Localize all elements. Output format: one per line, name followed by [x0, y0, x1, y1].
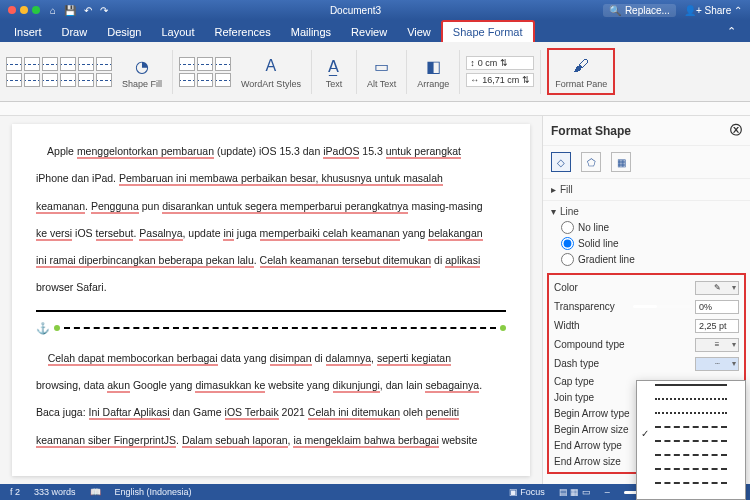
- color-label: Color: [554, 282, 578, 293]
- paragraph: Apple menggelontorkan pembaruan (update)…: [36, 138, 506, 165]
- width-label: Width: [554, 320, 580, 331]
- dash-option-round-dot[interactable]: [637, 398, 745, 412]
- begin-arrow-type-label: Begin Arrow type: [554, 408, 630, 419]
- begin-arrow-size-label: Begin Arrow size: [554, 424, 628, 435]
- format-pane-button[interactable]: 🖌Format Pane: [547, 48, 615, 95]
- fill-line-tab-icon[interactable]: ◇: [551, 152, 571, 172]
- paragraph: iPhone dan iPad. Pembaruan ini membawa p…: [36, 165, 506, 192]
- paragraph: ke versi iOS tersebut. Pasalnya, update …: [36, 220, 506, 247]
- close-icon[interactable]: ⓧ: [730, 122, 742, 139]
- alt-text-button[interactable]: ▭Alt Text: [363, 54, 400, 89]
- qat: ⌂ 💾 ↶ ↷: [50, 5, 108, 16]
- dash-option-dash[interactable]: [637, 426, 745, 440]
- ribbon: ◔Shape Fill AWordArt Styles A̲Text ▭Alt …: [0, 42, 750, 102]
- paragraph: keamanan. Pengguna pun disarankan untuk …: [36, 193, 506, 220]
- brush-icon: 🖌: [569, 54, 593, 78]
- dash-type-dropdown[interactable]: ┄: [695, 357, 739, 371]
- alt-text-icon: ▭: [370, 54, 394, 78]
- redo-icon[interactable]: ↷: [100, 5, 108, 16]
- save-icon[interactable]: 💾: [64, 5, 76, 16]
- dash-label: Dash type: [554, 358, 599, 369]
- format-shape-pane: Format Shapeⓧ ◇ ⬠ ▦ ▸ Fill ▾ Line No lin…: [542, 116, 750, 484]
- dash-type-menu: [636, 380, 746, 500]
- tab-layout[interactable]: Layout: [151, 22, 204, 42]
- window-controls[interactable]: [8, 6, 40, 14]
- end-arrow-size-label: End Arrow size: [554, 456, 621, 467]
- search-input[interactable]: 🔍Replace...: [603, 4, 676, 17]
- dash-option-long-dash-dot-dot[interactable]: [637, 482, 745, 496]
- tab-shape-format[interactable]: Shape Format: [441, 20, 535, 42]
- dash-option-long-dash[interactable]: [637, 454, 745, 468]
- height-input[interactable]: ↕0 cm⇅: [466, 56, 534, 70]
- fill-section-toggle[interactable]: ▸ Fill: [551, 182, 742, 197]
- cap-label: Cap type: [554, 376, 594, 387]
- transparency-input[interactable]: 0%: [695, 300, 739, 314]
- wordart-button[interactable]: AWordArt Styles: [237, 54, 305, 89]
- line-width-input[interactable]: 2,25 pt: [695, 319, 739, 333]
- spellcheck-icon[interactable]: 📖: [90, 487, 101, 497]
- shape-fill-button[interactable]: ◔Shape Fill: [118, 54, 166, 89]
- arrange-button[interactable]: ◧Arrange: [413, 54, 453, 89]
- undo-icon[interactable]: ↶: [84, 5, 92, 16]
- line-section-toggle[interactable]: ▾ Line: [551, 204, 742, 219]
- wordart-icon: A: [259, 54, 283, 78]
- view-buttons[interactable]: ▤ ▦ ▭: [559, 487, 591, 497]
- home-icon[interactable]: ⌂: [50, 5, 56, 16]
- effects-tab-icon[interactable]: ⬠: [581, 152, 601, 172]
- language-status[interactable]: English (Indonesia): [115, 487, 192, 497]
- line-properties: Color✎ Transparency0% Width2,25 pt Compo…: [547, 273, 746, 474]
- solid-line-shape[interactable]: [36, 310, 506, 312]
- arrange-icon: ◧: [421, 54, 445, 78]
- paragraph: browser Safari.: [36, 274, 506, 301]
- width-input[interactable]: ↔16,71 cm⇅: [466, 73, 534, 87]
- wordart-gallery[interactable]: [179, 57, 231, 87]
- doc-title: Document3: [108, 5, 603, 16]
- color-picker[interactable]: ✎: [695, 281, 739, 295]
- tab-mailings[interactable]: Mailings: [281, 22, 341, 42]
- transparency-slider[interactable]: [633, 305, 693, 308]
- height-icon: ↕: [470, 58, 475, 68]
- bucket-icon: ◔: [130, 54, 154, 78]
- titlebar: ⌂ 💾 ↶ ↷ Document3 🔍Replace... 👤+ Share ⌃: [0, 0, 750, 20]
- handle[interactable]: [500, 325, 506, 331]
- tab-review[interactable]: Review: [341, 22, 397, 42]
- dash-option-long-dash-dot[interactable]: [637, 468, 745, 482]
- page: Apple menggelontorkan pembaruan (update)…: [12, 124, 530, 476]
- document-area[interactable]: Apple menggelontorkan pembaruan (update)…: [0, 116, 542, 484]
- no-line-radio[interactable]: No line: [561, 221, 742, 234]
- dash-option-solid[interactable]: [637, 384, 745, 398]
- paragraph: Baca juga: Ini Daftar Aplikasi dan Game …: [36, 399, 506, 426]
- dash-option-square-dot[interactable]: [637, 412, 745, 426]
- search-icon: 🔍: [609, 5, 621, 16]
- end-arrow-type-label: End Arrow type: [554, 440, 622, 451]
- pane-category-tabs: ◇ ⬠ ▦: [543, 146, 750, 178]
- dashed-line-shape[interactable]: ⚓: [36, 322, 506, 335]
- paragraph: browsing, data akun Google yang dimasukk…: [36, 372, 506, 399]
- word-count[interactable]: 333 words: [34, 487, 76, 497]
- ribbon-collapse[interactable]: ⌃: [717, 21, 746, 42]
- ruler[interactable]: [0, 102, 750, 116]
- layout-tab-icon[interactable]: ▦: [611, 152, 631, 172]
- paragraph: Celah dapat membocorkan berbagai data ya…: [36, 345, 506, 372]
- share-button[interactable]: 👤+ Share ⌃: [684, 5, 742, 16]
- dash-option-dash-dot[interactable]: [637, 440, 745, 454]
- paragraph: keamanan siber FingerprintJS. Dalam sebu…: [36, 427, 506, 454]
- tab-design[interactable]: Design: [97, 22, 151, 42]
- compound-type-dropdown[interactable]: ≡: [695, 338, 739, 352]
- tab-references[interactable]: References: [204, 22, 280, 42]
- transparency-label: Transparency: [554, 301, 615, 312]
- pane-title: Format Shape: [551, 124, 631, 138]
- tab-view[interactable]: View: [397, 22, 441, 42]
- solid-line-radio[interactable]: Solid line: [561, 237, 742, 250]
- width-icon: ↔: [470, 75, 479, 85]
- handle[interactable]: [54, 325, 60, 331]
- shape-style-gallery[interactable]: [6, 57, 112, 87]
- page-count[interactable]: f 2: [10, 487, 20, 497]
- compound-label: Compound type: [554, 339, 625, 350]
- gradient-line-radio[interactable]: Gradient line: [561, 253, 742, 266]
- text-button[interactable]: A̲Text: [318, 54, 350, 89]
- zoom-out[interactable]: –: [605, 487, 610, 497]
- tab-insert[interactable]: Insert: [4, 22, 52, 42]
- tab-draw[interactable]: Draw: [52, 22, 98, 42]
- focus-mode[interactable]: ▣ Focus: [509, 487, 545, 497]
